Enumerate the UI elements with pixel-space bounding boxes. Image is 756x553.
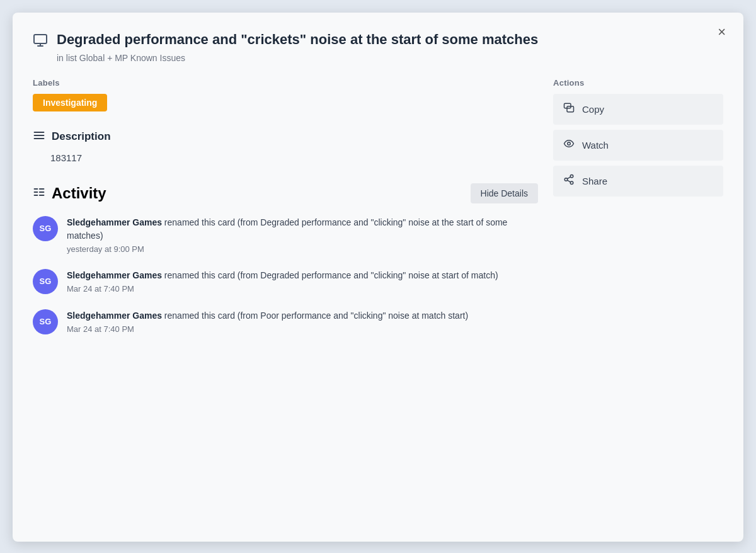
activity-text: Sledgehammer Games renamed this card (fr… <box>67 216 538 242</box>
activity-list: SG Sledgehammer Games renamed this card … <box>33 216 538 334</box>
left-panel: Labels Investigating Description 183117 <box>33 78 538 334</box>
copy-icon <box>563 102 575 117</box>
copy-button[interactable]: Copy <box>553 94 723 125</box>
avatar: SG <box>33 269 58 294</box>
activity-icon <box>33 186 45 201</box>
lines-icon <box>33 129 45 145</box>
activity-action: renamed this card (from Degraded perform… <box>162 270 498 280</box>
activity-section: Activity Hide Details SG Sledgehammer Ga… <box>33 183 538 334</box>
share-icon <box>563 174 575 188</box>
card-header: Degraded performance and "crickets" nois… <box>33 30 723 63</box>
activity-item: SG Sledgehammer Games renamed this card … <box>33 309 538 334</box>
card-subtitle: in list Global + MP Known Issues <box>57 53 538 63</box>
actions-title: Actions <box>553 78 723 88</box>
description-title: Description <box>52 130 111 143</box>
svg-rect-0 <box>34 35 47 43</box>
card-title: Degraded performance and "crickets" nois… <box>57 30 538 49</box>
description-section: Description 183117 <box>33 129 538 163</box>
activity-user: Sledgehammer Games <box>67 311 162 321</box>
watch-button[interactable]: Watch <box>553 130 723 161</box>
main-layout: Labels Investigating Description 183117 <box>33 78 723 334</box>
svg-line-18 <box>567 180 570 182</box>
activity-user: Sledgehammer Games <box>67 217 162 227</box>
right-panel: Actions Copy Wa <box>553 78 723 334</box>
labels-section: Labels Investigating <box>33 78 538 111</box>
activity-header: Activity Hide Details <box>33 183 538 203</box>
monitor-icon <box>33 33 48 48</box>
activity-text: Sledgehammer Games renamed this card (fr… <box>67 309 538 322</box>
activity-content: Sledgehammer Games renamed this card (fr… <box>67 269 538 294</box>
activity-content: Sledgehammer Games renamed this card (fr… <box>67 216 538 254</box>
share-button[interactable]: Share <box>553 166 723 197</box>
activity-time: Mar 24 at 7:40 PM <box>67 324 538 334</box>
activity-item: SG Sledgehammer Games renamed this card … <box>33 216 538 254</box>
avatar: SG <box>33 216 58 241</box>
description-header: Description <box>33 129 538 145</box>
activity-content: Sledgehammer Games renamed this card (fr… <box>67 309 538 334</box>
investigating-badge[interactable]: Investigating <box>33 94 107 111</box>
watch-label: Watch <box>582 140 609 151</box>
watch-icon <box>563 138 575 152</box>
copy-label: Copy <box>582 104 604 115</box>
avatar: SG <box>33 309 58 334</box>
close-button[interactable]: × <box>713 23 731 42</box>
activity-title: Activity <box>52 185 106 202</box>
activity-time: yesterday at 9:00 PM <box>67 244 538 254</box>
labels-title: Labels <box>33 78 538 88</box>
header-text: Degraded performance and "crickets" nois… <box>57 30 538 63</box>
description-body: 183117 <box>33 152 538 163</box>
activity-text: Sledgehammer Games renamed this card (fr… <box>67 269 538 282</box>
activity-user: Sledgehammer Games <box>67 270 162 280</box>
activity-header-left: Activity <box>33 185 106 202</box>
activity-action: renamed this card (from Poor performance… <box>162 311 468 321</box>
card-modal: × Degraded performance and "crickets" no… <box>13 13 743 542</box>
svg-line-19 <box>567 177 570 179</box>
hide-details-button[interactable]: Hide Details <box>471 183 538 203</box>
share-label: Share <box>582 176 607 186</box>
activity-time: Mar 24 at 7:40 PM <box>67 284 538 294</box>
svg-point-14 <box>568 142 571 145</box>
activity-item: SG Sledgehammer Games renamed this card … <box>33 269 538 294</box>
